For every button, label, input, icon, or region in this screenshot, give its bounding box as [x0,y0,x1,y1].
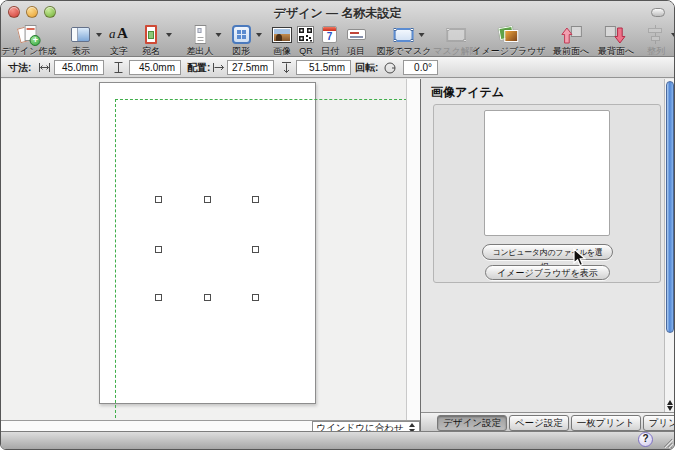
x-position-input[interactable] [227,60,274,75]
document-page[interactable] [99,82,316,404]
toolbar-item-label: 画像 [270,46,294,56]
toolbar-item-image[interactable]: 画像 [270,23,294,56]
scroll-up-arrow-icon[interactable] [667,400,673,405]
x-position-icon [212,61,225,74]
toolbar-item-qr[interactable]: QR [294,23,318,56]
align-icon [644,23,668,46]
tab-single-print[interactable]: 一枚プリント [571,415,641,431]
rotation-input[interactable] [403,60,438,75]
inspector-tabbar: デザイン設定 ページ設定 一枚プリント プリント [421,413,675,433]
resize-grip[interactable] [662,437,673,448]
toolbar-item-label: 文字 [107,46,131,56]
toolbar-item-text[interactable]: a A 文字 [107,23,131,56]
image-browser-icon [497,23,521,46]
toolbar-item-send-to-back[interactable]: 最背面へ [598,23,634,56]
y-position-input[interactable] [296,60,351,75]
toolbar-item-label: イメージブラウザ [472,46,545,56]
toolbar-item-mask-with-shape[interactable]: 図形でマスク [377,23,432,56]
y-position-icon [280,61,293,74]
panel-scrollbar[interactable] [664,79,675,413]
selection-handle-n[interactable] [204,196,211,203]
text-icon: a A [107,23,131,46]
height-icon [112,61,125,74]
toolbar-toggle-button[interactable] [651,8,665,17]
chevron-down-icon [419,33,425,37]
selection-handle-ne[interactable] [252,196,259,203]
toolbar-item-label: 最背面へ [598,46,634,56]
mask-with-shape-icon [392,23,416,46]
toolbar-item-label: 差出人 [187,46,214,56]
image-preview-well[interactable] [484,110,610,236]
toolbar-item-field[interactable]: 項目 [344,23,368,56]
chevron-down-icon [166,33,172,37]
toolbar-item-align[interactable]: 整列 [644,23,668,56]
shape-icon [229,23,253,46]
toolbar-item-label: 項目 [344,46,368,56]
toolbar-item-recipient[interactable]: 宛名 [139,23,163,56]
height-input[interactable] [129,60,181,75]
toolbar-item-sender[interactable]: 差出人 [187,23,214,56]
design-canvas[interactable]: ウインドウに合わせる [1,79,420,433]
margin-guide-vertical [115,99,116,418]
field-icon [344,23,368,46]
toolbar-item-label: 図形でマスク [377,46,432,56]
dimension-bar: 寸法: 配置: 回転: [1,57,674,78]
qr-code-icon [294,23,318,46]
width-icon [38,61,51,74]
toolbar-item-view[interactable]: 表示 [69,23,93,56]
toolbar-item-label: 日付 [318,46,342,56]
chevron-down-icon [96,33,102,37]
selection-handle-se[interactable] [252,294,259,301]
image-item-groupbox: コンピュータ内のファイルを選択... イメージブラウザを表示 [433,104,661,283]
selection-handle-s[interactable] [204,294,211,301]
toolbar-item-shape[interactable]: 図形 [229,23,253,56]
app-window: デザイン — 名称未設定 + デザイン作成 [0,0,675,450]
tab-page-settings[interactable]: ページ設定 [509,415,569,431]
toolbar-item-image-browser[interactable]: イメージブラウザ [472,23,545,56]
help-button[interactable]: ? [638,432,653,447]
inspector-panel: 画像アイテム コンピュータ内のファイルを選択... イメージブラウザを表示 デザ… [421,79,675,433]
toolbar-item-label: デザイン作成 [2,46,57,56]
chevron-down-icon [256,33,262,37]
sender-card-icon [188,23,212,46]
toolbar-item-label: 整列 [644,46,668,56]
window-title: デザイン — 名称未設定 [1,5,674,22]
unmask-icon [444,23,468,46]
toolbar-item-label: 最前面へ [553,46,589,56]
selection-handle-e[interactable] [252,246,259,253]
mouse-cursor [573,248,586,267]
toolbar-item-label: 表示 [69,46,93,56]
rotation-icon [383,61,397,75]
image-icon [270,23,294,46]
chevron-down-icon [215,33,221,37]
bring-to-front-icon [559,23,583,46]
margin-guide-horizontal [115,99,417,100]
canvas-vertical-scrollbar[interactable] [406,79,420,420]
show-image-browser-button[interactable]: イメージブラウザを表示 [485,265,610,280]
chevron-down-icon [671,33,675,37]
toolbar-item-create-design[interactable]: + デザイン作成 [2,23,57,56]
selection-handle-nw[interactable] [155,196,162,203]
toolbar-item-date[interactable]: 7 日付 [318,23,342,56]
calendar-icon: 7 [318,23,342,46]
create-design-icon: + [17,23,41,46]
width-input[interactable] [54,60,104,75]
tab-print[interactable]: プリント [643,415,675,431]
toolbar-item-label: 宛名 [139,46,163,56]
toolbar-item-bring-to-front[interactable]: 最前面へ [553,23,589,56]
size-label: 寸法: [8,61,31,75]
send-to-back-icon [604,23,628,46]
tab-design-settings[interactable]: デザイン設定 [437,415,507,431]
choose-file-button[interactable]: コンピュータ内のファイルを選択... [482,244,613,260]
panel-scrollbar-thumb[interactable] [666,81,674,333]
window-bottom-bar: ? [1,431,674,449]
toolbar: + デザイン作成 表示 a A 文字 [1,23,674,57]
inspector-title: 画像アイテム [431,84,504,101]
toolbar-item-label: QR [294,46,318,56]
titlebar[interactable]: デザイン — 名称未設定 [1,1,674,23]
toolbar-item-label: 図形 [229,46,253,56]
scroll-down-arrow-icon[interactable] [667,406,673,411]
selection-handle-w[interactable] [155,246,162,253]
top-chrome: デザイン — 名称未設定 + デザイン作成 [1,1,674,57]
selection-handle-sw[interactable] [155,294,162,301]
